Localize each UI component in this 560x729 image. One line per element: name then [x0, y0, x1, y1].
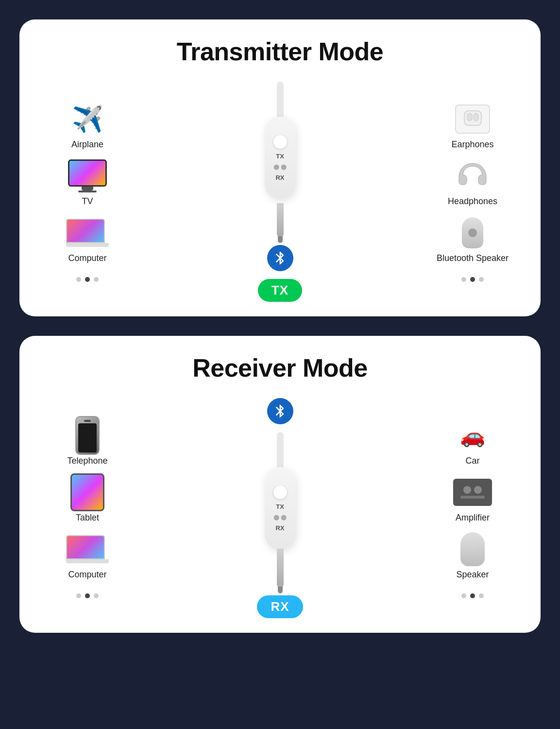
tablet-body: [70, 473, 104, 511]
device-label: Speaker: [456, 570, 489, 580]
receiver-left-devices: Telephone Tablet Computer: [39, 418, 136, 598]
amp-body: [453, 479, 492, 506]
adapter-rx-label: RX: [275, 174, 284, 181]
bluetooth-svg-rx: [272, 403, 288, 419]
telephone-icon: [66, 418, 109, 453]
phone-body: [75, 416, 100, 455]
dot: [94, 277, 99, 282]
receiver-right-dots: [424, 593, 521, 598]
dot-active: [85, 593, 90, 598]
adapter-illustration: TX ⬤ ⬤ RX: [251, 82, 309, 237]
adapter-button: [273, 135, 287, 149]
amp-circle: [463, 486, 471, 494]
headphones-svg: [455, 161, 490, 191]
device-label: Computer: [68, 253, 106, 263]
dot: [461, 277, 466, 282]
device-label: Telephone: [67, 456, 107, 466]
home-speaker-body: [460, 532, 485, 566]
list-item: Bluetooth Speaker: [424, 215, 521, 263]
amp-circles: [463, 486, 482, 494]
device-label: Earphones: [451, 139, 493, 150]
computer-icon-rx: [66, 532, 109, 567]
device-label: Computer: [68, 570, 106, 580]
list-item: Amplifier: [424, 475, 521, 523]
dot: [76, 593, 81, 598]
list-item: ✈️ Airplane: [39, 102, 136, 150]
list-item: 🚗 Car: [424, 418, 521, 466]
rx-adapter-tx-label: TX: [276, 503, 284, 510]
earphones-svg: [459, 108, 486, 130]
dot-active: [470, 593, 475, 598]
dot: [479, 277, 484, 282]
airplane-icon: ✈️: [66, 102, 109, 137]
car-emoji: 🚗: [460, 424, 485, 448]
receiver-left-dots: [39, 593, 136, 598]
dot: [76, 277, 81, 282]
rx-adapter-body: TX ⬤ ⬤ RX: [265, 467, 296, 550]
adapter-separator: ⬤ ⬤: [273, 164, 287, 170]
receiver-title: Receiver Mode: [39, 353, 521, 382]
transmitter-adapter: TX ⬤ ⬤ RX: [251, 82, 309, 237]
transmitter-left-dots: [39, 277, 136, 282]
dot-active: [470, 277, 475, 282]
car-icon: 🚗: [451, 418, 494, 453]
bluetooth-icon: [267, 245, 293, 271]
dot-active: [85, 277, 90, 282]
device-label: TV: [82, 196, 93, 207]
list-item: Computer: [39, 532, 136, 580]
receiver-right-devices: 🚗 Car Amplifier: [424, 418, 521, 598]
device-label: Bluetooth Speaker: [437, 253, 509, 263]
tv-icon: [66, 158, 109, 193]
speaker-cylinder: [462, 217, 483, 248]
adapter-tx-label: TX: [276, 153, 284, 160]
rx-jack-tip: [278, 587, 283, 593]
computer-icon: [66, 215, 109, 250]
tx-badge: TX: [258, 279, 302, 302]
rx-cable-top: [277, 432, 284, 471]
list-item: Headphones: [424, 158, 521, 207]
list-item: Computer: [39, 215, 136, 263]
receiver-card: Receiver Mode Telephone Tablet: [19, 336, 541, 633]
transmitter-right-dots: [424, 277, 521, 282]
speaker-dot: [468, 228, 477, 237]
list-item: Earphones: [424, 102, 521, 150]
svg-rect-2: [474, 113, 478, 121]
jack-tip: [278, 236, 283, 243]
transmitter-center: TX ⬤ ⬤ RX TX: [141, 82, 419, 302]
earphones-icon: [451, 102, 494, 137]
list-item: TV: [39, 158, 136, 207]
svg-rect-0: [464, 111, 481, 125]
dot: [479, 593, 484, 598]
list-item: Tablet: [39, 475, 136, 523]
transmitter-card: Transmitter Mode ✈️ Airplane: [19, 19, 541, 316]
speaker-icon: [451, 532, 494, 567]
adapter-jack: [277, 203, 284, 237]
adapter-body: TX ⬤ ⬤ RX: [265, 117, 296, 199]
bt-speaker-icon: [451, 215, 494, 250]
list-item: Telephone: [39, 418, 136, 466]
device-label: Car: [465, 456, 479, 466]
dot: [461, 593, 466, 598]
phone-notch: [84, 420, 91, 422]
bluetooth-svg: [272, 250, 288, 266]
device-label: Airplane: [71, 139, 103, 150]
rx-adapter-illustration: TX ⬤ ⬤ RX: [251, 432, 309, 588]
device-label: Amplifier: [456, 513, 490, 523]
rx-adapter-rx-label: RX: [275, 524, 284, 532]
amp-port: [460, 496, 485, 499]
rx-adapter-jack: [277, 549, 284, 588]
receiver-center: TX ⬤ ⬤ RX RX: [141, 398, 419, 618]
receiver-bluetooth-icon: [267, 398, 293, 424]
amp-circle: [474, 486, 482, 494]
svg-rect-1: [467, 113, 472, 121]
receiver-body: Telephone Tablet Computer: [39, 398, 521, 618]
phone-screen: [78, 423, 97, 452]
transmitter-body: ✈️ Airplane TV: [39, 82, 521, 302]
device-label: Tablet: [76, 513, 99, 523]
list-item: Speaker: [424, 532, 521, 580]
rx-adapter-separator: ⬤ ⬤: [273, 514, 287, 521]
headphones-icon: [451, 158, 494, 193]
cable-top: [277, 82, 284, 121]
device-label: Headphones: [448, 196, 497, 207]
tablet-icon: [66, 475, 109, 510]
